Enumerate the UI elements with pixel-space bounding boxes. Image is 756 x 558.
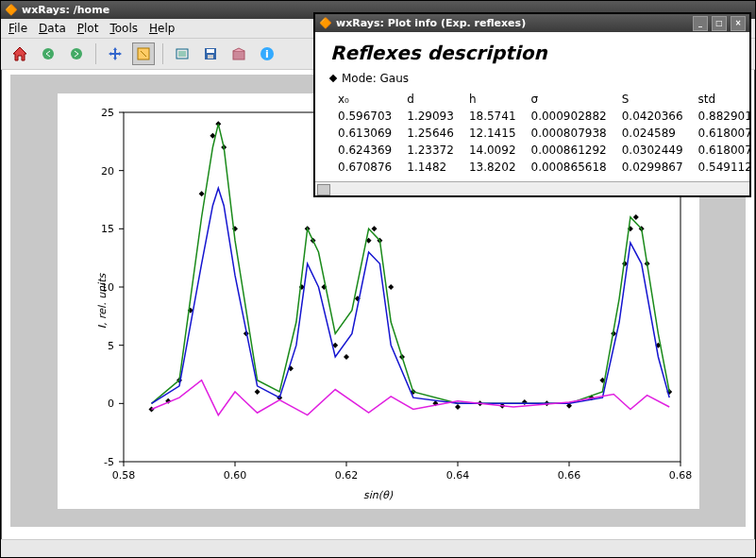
maximize-button[interactable]: □	[712, 16, 727, 31]
pan-button[interactable]	[104, 42, 126, 65]
info-button[interactable]: i	[256, 42, 278, 65]
menu-tools[interactable]: Tools	[109, 22, 138, 35]
svg-text:20: 20	[101, 164, 114, 177]
app-icon: 🔶	[5, 4, 18, 17]
table-row: 0.6243691.2337214.00920.0008612920.03024…	[330, 142, 756, 159]
plot-info-window: 🔶 wxRays: Plot info (Exp. reflexes) _ □ …	[313, 12, 751, 197]
svg-rect-6	[208, 55, 213, 59]
zoom-button[interactable]	[132, 42, 155, 65]
minimize-button[interactable]: _	[693, 16, 708, 31]
menu-data[interactable]: Data	[39, 22, 66, 35]
home-button[interactable]	[8, 42, 31, 65]
main-title: wxRays: /home	[22, 4, 109, 16]
svg-text:0.60: 0.60	[223, 469, 246, 482]
statusbar	[1, 539, 755, 557]
separator	[95, 43, 96, 64]
mode-row: Mode: Gaus	[330, 72, 734, 85]
app-icon: 🔶	[319, 17, 332, 30]
svg-text:i: i	[265, 48, 269, 60]
svg-text:15: 15	[101, 223, 114, 235]
popup-title: wxRays: Plot info (Exp. reflexes)	[336, 17, 526, 29]
svg-text:5: 5	[108, 339, 114, 351]
forward-button[interactable]	[65, 42, 88, 65]
y-axis-label: I, rel. units	[95, 273, 108, 328]
svg-text:-5: -5	[104, 456, 114, 468]
table-row: 0.6708761.148213.82020.0008656180.029986…	[330, 159, 756, 176]
save-button[interactable]	[199, 42, 222, 65]
table-header: x₀ d h σ S std	[330, 91, 756, 108]
table-row: 0.5967031.2909318.57410.0009028820.04203…	[330, 108, 756, 125]
svg-text:0.58: 0.58	[111, 469, 135, 482]
svg-text:0.62: 0.62	[334, 469, 358, 482]
separator	[162, 43, 163, 64]
col-S: S	[614, 91, 691, 108]
svg-text:0.68: 0.68	[668, 469, 692, 482]
menu-plot[interactable]: Plot	[77, 22, 99, 35]
col-std: std	[691, 91, 756, 108]
reflexes-table: x₀ d h σ S std 0.5967031.2909318.57410.0…	[330, 91, 756, 176]
popup-titlebar[interactable]: 🔶 wxRays: Plot info (Exp. reflexes) _ □ …	[315, 14, 749, 32]
col-sigma: σ	[524, 91, 614, 108]
export-button[interactable]	[227, 42, 250, 65]
back-button[interactable]	[37, 42, 59, 65]
col-d: d	[399, 91, 462, 108]
svg-point-0	[42, 48, 54, 59]
menu-help[interactable]: Help	[149, 22, 175, 35]
svg-text:0.64: 0.64	[445, 469, 469, 482]
svg-point-1	[71, 48, 82, 59]
mode-label: Mode: Gaus	[342, 72, 409, 85]
svg-rect-7	[233, 51, 244, 59]
horizontal-scrollbar[interactable]	[315, 181, 749, 195]
x-axis-label: sin(θ)	[363, 489, 393, 501]
col-x0: x₀	[330, 91, 399, 108]
svg-text:25: 25	[101, 107, 114, 119]
table-row: 0.6130691.2564612.14150.0008079380.02458…	[330, 125, 756, 142]
menu-file[interactable]: File	[8, 22, 27, 35]
popup-body: Reflexes description Mode: Gaus x₀ d h σ…	[315, 32, 749, 195]
svg-rect-5	[207, 49, 214, 53]
diamond-icon	[329, 75, 337, 82]
svg-text:0: 0	[108, 397, 114, 410]
col-h: h	[462, 91, 524, 108]
config-button[interactable]	[171, 42, 193, 65]
popup-heading: Reflexes description	[330, 42, 734, 64]
svg-text:0.66: 0.66	[557, 469, 580, 482]
close-button[interactable]: ×	[731, 16, 746, 31]
